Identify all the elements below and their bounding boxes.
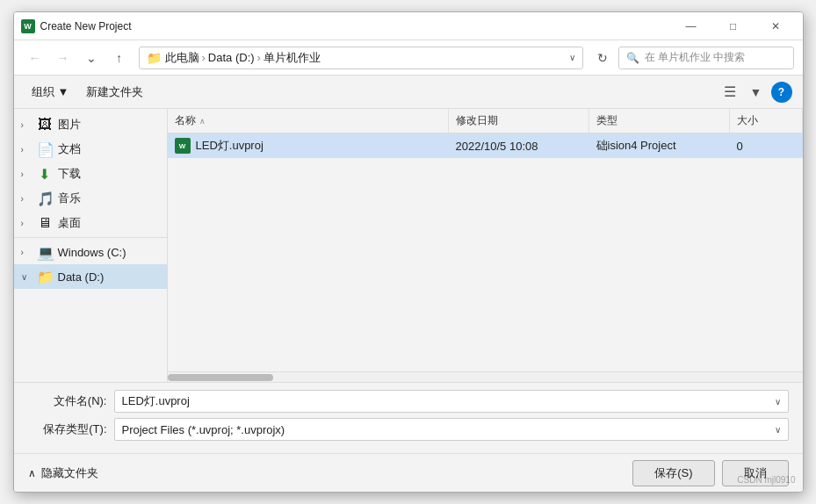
watermark: CSDN mjl0910 xyxy=(737,475,795,485)
organize-label: 组织 xyxy=(32,84,54,100)
sidebar-item-windows-c[interactable]: › 💻 Windows (C:) xyxy=(14,240,167,264)
col-header-type[interactable]: 类型 xyxy=(589,109,730,133)
horizontal-scrollbar[interactable] xyxy=(168,371,803,382)
breadcrumb-items: 此电脑 › Data (D:) › 单片机作业 xyxy=(165,50,566,66)
filename-dropdown-arrow: ∨ xyxy=(775,397,781,407)
filetype-value: Project Files (*.uvproj; *.uvprojx) xyxy=(122,423,285,436)
sidebar-label-data-d: Data (D:) xyxy=(58,270,105,284)
sidebar-item-desktop[interactable]: › 🖥 桌面 xyxy=(14,211,167,235)
refresh-button[interactable]: ↻ xyxy=(590,46,615,70)
search-bar[interactable]: 🔍 在 单片机作业 中搜索 xyxy=(618,47,794,69)
form-area: 文件名(N): LED灯.uvproj ∨ 保存类型(T): Project F… xyxy=(14,382,803,453)
sidebar-label-documents: 文档 xyxy=(58,141,81,157)
breadcrumb-sep-2: › xyxy=(257,51,261,64)
breadcrumb-bar[interactable]: 📁 此电脑 › Data (D:) › 单片机作业 ∨ xyxy=(139,47,583,69)
filetype-label: 保存类型(T): xyxy=(28,421,107,437)
filename-input[interactable]: LED灯.uvproj ∨ xyxy=(114,390,789,413)
chevron-icon: › xyxy=(21,120,32,130)
sidebar-label-music: 音乐 xyxy=(58,191,81,206)
hide-chevron-icon: ∧ xyxy=(28,467,36,479)
file-cell-date: 2022/10/5 10:08 xyxy=(449,133,589,158)
col-header-date[interactable]: 修改日期 xyxy=(449,109,589,133)
title-bar: W Create New Project — □ ✕ xyxy=(14,12,803,40)
table-row[interactable]: W LED灯.uvproj 2022/10/5 10:08 础ision4 Pr… xyxy=(168,133,803,158)
help-button[interactable]: ? xyxy=(771,82,792,103)
col-header-size[interactable]: 大小 xyxy=(730,109,803,133)
hide-folders-label: 隐藏文件夹 xyxy=(41,465,98,481)
toolbar: 组织 ▼ 新建文件夹 ☰ ▼ ? xyxy=(14,76,803,109)
file-name: LED灯.uvproj xyxy=(196,138,264,154)
music-icon: 🎵 xyxy=(37,191,53,207)
filename-value: LED灯.uvproj xyxy=(122,393,190,409)
downloads-icon: ⬇ xyxy=(37,166,53,183)
breadcrumb-item-drive[interactable]: Data (D:) xyxy=(208,51,255,64)
chevron-icon: ∨ xyxy=(21,272,32,282)
desktop-icon: 🖥 xyxy=(37,215,53,231)
organize-dropdown-icon: ▼ xyxy=(58,85,69,98)
up-button[interactable]: ↑ xyxy=(107,46,132,70)
drive-d-icon: 📁 xyxy=(37,269,53,285)
app-icon: W xyxy=(21,19,35,33)
filetype-dropdown-arrow: ∨ xyxy=(775,425,781,435)
chevron-icon: › xyxy=(21,194,32,204)
chevron-icon: › xyxy=(21,219,32,228)
sidebar-label-pictures: 图片 xyxy=(58,117,81,133)
pictures-icon: 🖼 xyxy=(37,117,53,133)
col-header-name[interactable]: 名称 ∧ xyxy=(168,109,449,133)
main-content: › 🖼 图片 › 📄 文档 › ⬇ 下载 › 🎵 音乐 › 🖥 xyxy=(14,109,803,382)
filename-label: 文件名(N): xyxy=(28,393,107,409)
save-button[interactable]: 保存(S) xyxy=(632,460,714,486)
back-button[interactable]: ← xyxy=(23,46,47,70)
filename-row: 文件名(N): LED灯.uvproj ∨ xyxy=(28,390,789,413)
sidebar-divider xyxy=(14,237,167,238)
sidebar-label-desktop: 桌面 xyxy=(58,215,81,231)
window-controls: — □ ✕ xyxy=(671,14,796,39)
scroll-thumb[interactable] xyxy=(168,374,273,381)
minimize-button[interactable]: — xyxy=(671,14,711,39)
footer: ∧ 隐藏文件夹 保存(S) 取消 xyxy=(14,453,803,492)
sidebar-item-data-d[interactable]: ∨ 📁 Data (D:) xyxy=(14,264,167,289)
new-folder-button[interactable]: 新建文件夹 xyxy=(79,81,150,104)
file-cell-type: 础ision4 Project xyxy=(589,133,730,158)
toolbar-right: ☰ ▼ ? xyxy=(719,81,792,104)
sidebar-label-downloads: 下载 xyxy=(58,166,81,182)
sidebar-item-documents[interactable]: › 📄 文档 xyxy=(14,137,167,162)
filetype-input[interactable]: Project Files (*.uvproj; *.uvprojx) ∨ xyxy=(114,418,789,441)
search-icon: 🔍 xyxy=(626,52,639,64)
organize-button[interactable]: 组织 ▼ xyxy=(25,81,76,104)
file-icon: W xyxy=(175,138,191,154)
breadcrumb-sep-1: › xyxy=(202,51,206,64)
close-button[interactable]: ✕ xyxy=(755,14,796,39)
sidebar-item-music[interactable]: › 🎵 音乐 xyxy=(14,186,167,211)
file-cell-name: W LED灯.uvproj xyxy=(168,133,449,158)
sidebar: › 🖼 图片 › 📄 文档 › ⬇ 下载 › 🎵 音乐 › 🖥 xyxy=(14,109,168,382)
breadcrumb-dropdown-arrow[interactable]: ∨ xyxy=(569,53,575,62)
chevron-icon: › xyxy=(21,169,32,179)
file-list-header: 名称 ∧ 修改日期 类型 大小 xyxy=(168,109,803,133)
new-folder-label: 新建文件夹 xyxy=(86,84,143,100)
sidebar-item-pictures[interactable]: › 🖼 图片 xyxy=(14,112,167,137)
chevron-icon: › xyxy=(21,248,32,257)
nav-bar: ← → ⌄ ↑ 📁 此电脑 › Data (D:) › 单片机作业 ∨ ↻ 🔍 … xyxy=(14,40,803,76)
view-list-button[interactable]: ☰ xyxy=(719,81,741,104)
breadcrumb-folder-icon: 📁 xyxy=(147,51,162,65)
filetype-row: 保存类型(T): Project Files (*.uvproj; *.uvpr… xyxy=(28,418,789,441)
breadcrumb-item-folder[interactable]: 单片机作业 xyxy=(264,50,321,66)
chevron-icon: › xyxy=(21,145,32,155)
sidebar-label-windows-c: Windows (C:) xyxy=(58,246,126,259)
nav-dropdown-button[interactable]: ⌄ xyxy=(79,46,104,70)
window-title: Create New Project xyxy=(40,20,671,32)
file-area: 名称 ∧ 修改日期 类型 大小 W LED灯.uvproj xyxy=(168,109,803,382)
file-list-body: W LED灯.uvproj 2022/10/5 10:08 础ision4 Pr… xyxy=(168,133,803,371)
maximize-button[interactable]: □ xyxy=(713,14,754,39)
hide-folders-toggle[interactable]: ∧ 隐藏文件夹 xyxy=(28,465,98,481)
search-placeholder: 在 单片机作业 中搜索 xyxy=(645,50,746,65)
breadcrumb-item-pc[interactable]: 此电脑 xyxy=(165,50,199,66)
drive-c-icon: 💻 xyxy=(37,244,53,261)
forward-button[interactable]: → xyxy=(51,46,76,70)
file-cell-size: 0 xyxy=(730,133,803,158)
view-dropdown-button[interactable]: ▼ xyxy=(745,81,768,104)
documents-icon: 📄 xyxy=(37,141,53,158)
sort-icon: ∧ xyxy=(199,117,206,126)
sidebar-item-downloads[interactable]: › ⬇ 下载 xyxy=(14,162,167,186)
